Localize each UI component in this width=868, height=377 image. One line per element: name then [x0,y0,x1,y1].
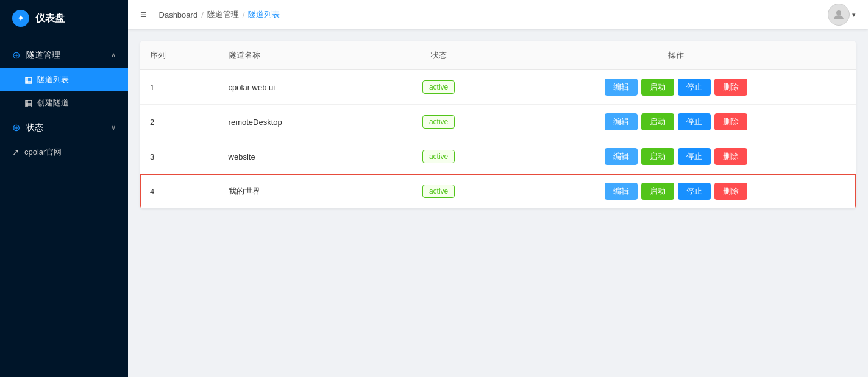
row-1-actions: 编辑 启动 停止 删除 [496,70,856,105]
stop-button-3[interactable]: 停止 [678,148,711,165]
table-header-row: 序列 隧道名称 状态 操作 [140,41,856,70]
sidebar-logo-text: 仪表盘 [35,12,65,25]
action-buttons-3: 编辑 启动 停止 删除 [506,148,846,165]
delete-button-4[interactable]: 删除 [714,183,747,200]
user-dropdown-arrow[interactable]: ▾ [852,11,856,19]
col-header-name: 隧道名称 [219,41,381,70]
action-buttons-4: 编辑 启动 停止 删除 [506,183,846,200]
menu-toggle-button[interactable]: ≡ [140,9,147,21]
dashboard-icon: ✦ [12,10,29,27]
row-1-index: 1 [140,70,219,105]
status-badge-1: active [422,80,455,94]
sidebar-group-tunnel-management[interactable]: ⊕ 隧道管理 ∧ [0,42,128,68]
row-4-status: active [381,174,496,209]
tunnel-list-label: 隧道列表 [37,74,69,85]
row-3-status: active [381,139,496,174]
topbar: ≡ Dashboard / 隧道管理 / 隧道列表 ▾ [128,0,868,29]
breadcrumb-tunnel-management[interactable]: 隧道管理 [207,9,239,20]
table-row: 2 remoteDesktop active 编辑 启动 停止 删除 [140,105,856,139]
breadcrumb-tunnel-list[interactable]: 隧道列表 [248,9,280,20]
row-2-name: remoteDesktop [219,105,381,139]
stop-button-1[interactable]: 停止 [678,79,711,96]
status-icon: ⊕ [12,122,20,133]
sidebar-item-create-tunnel[interactable]: ▦ 创建隧道 [0,91,128,115]
table-row: 1 cpolar web ui active 编辑 启动 停止 删除 [140,70,856,105]
collapse-arrow-icon: ∧ [111,51,116,59]
breadcrumb-sep-1: / [201,10,204,19]
create-tunnel-label: 创建隧道 [37,97,69,108]
delete-button-1[interactable]: 删除 [714,79,747,96]
edit-button-1[interactable]: 编辑 [605,79,638,96]
row-3-index: 3 [140,139,219,174]
tunnel-list-icon: ▦ [24,75,32,85]
row-3-actions: 编辑 启动 停止 删除 [496,139,856,174]
col-header-actions: 操作 [496,41,856,70]
start-button-1[interactable]: 启动 [641,79,674,96]
create-tunnel-icon: ▦ [24,98,32,108]
user-avatar[interactable] [828,4,850,26]
status-badge-2: active [422,115,455,129]
tunnel-table-card: 序列 隧道名称 状态 操作 1 cpolar web ui active [140,41,856,208]
table-row-highlighted: 4 我的世界 active 编辑 启动 停止 删除 [140,174,856,209]
row-2-actions: 编辑 启动 停止 删除 [496,105,856,139]
breadcrumb-dashboard[interactable]: Dashboard [159,10,198,19]
sidebar-group-tunnel-management-label: 隧道管理 [26,50,60,61]
row-2-status: active [381,105,496,139]
sidebar-item-tunnel-list[interactable]: ▦ 隧道列表 [0,68,128,91]
edit-button-3[interactable]: 编辑 [605,148,638,165]
status-badge-4: active [422,185,455,198]
edit-button-4[interactable]: 编辑 [605,183,638,200]
expand-arrow-icon: ∨ [111,124,116,132]
tunnel-table: 序列 隧道名称 状态 操作 1 cpolar web ui active [140,41,856,208]
breadcrumb: Dashboard / 隧道管理 / 隧道列表 [159,9,280,20]
start-button-3[interactable]: 启动 [641,148,674,165]
sidebar-group-status[interactable]: ⊕ 状态 ∨ [0,115,128,141]
main-area: ≡ Dashboard / 隧道管理 / 隧道列表 ▾ [128,0,868,377]
row-2-index: 2 [140,105,219,139]
action-buttons-1: 编辑 启动 停止 删除 [506,79,846,96]
action-buttons-2: 编辑 启动 停止 删除 [506,113,846,130]
breadcrumb-sep-2: / [243,10,245,19]
cpolar-website-label: cpolar官网 [24,147,62,158]
sidebar-menu: ⊕ 隧道管理 ∧ ▦ 隧道列表 ▦ 创建隧道 ⊕ 状态 ∨ [0,37,128,377]
row-3-name: website [219,139,381,174]
tunnel-sub-menu: ▦ 隧道列表 ▦ 创建隧道 [0,68,128,115]
svg-point-0 [836,10,841,15]
col-header-index: 序列 [140,41,219,70]
edit-button-2[interactable]: 编辑 [605,113,638,130]
start-button-4[interactable]: 启动 [641,183,674,200]
sidebar-logo[interactable]: ✦ 仪表盘 [0,0,128,37]
delete-button-3[interactable]: 删除 [714,148,747,165]
row-1-name: cpolar web ui [219,70,381,105]
tunnel-management-icon: ⊕ [12,49,20,61]
col-header-status: 状态 [381,41,496,70]
status-badge-3: active [422,150,455,163]
stop-button-2[interactable]: 停止 [678,113,711,130]
row-4-actions: 编辑 启动 停止 删除 [496,174,856,209]
stop-button-4[interactable]: 停止 [678,183,711,200]
delete-button-2[interactable]: 删除 [714,113,747,130]
row-4-index: 4 [140,174,219,209]
sidebar-group-status-label: 状态 [26,122,43,133]
start-button-2[interactable]: 启动 [641,113,674,130]
content-area: 序列 隧道名称 状态 操作 1 cpolar web ui active [128,29,868,377]
table-row: 3 website active 编辑 启动 停止 删除 [140,139,856,174]
row-1-status: active [381,70,496,105]
row-4-name: 我的世界 [219,174,381,209]
topbar-right: ▾ [828,4,856,26]
topbar-left: ≡ Dashboard / 隧道管理 / 隧道列表 [140,9,280,21]
external-link-icon: ↗ [12,147,20,157]
sidebar: ✦ 仪表盘 ⊕ 隧道管理 ∧ ▦ 隧道列表 ▦ 创建隧道 [0,0,128,377]
sidebar-item-cpolar-website[interactable]: ↗ cpolar官网 [0,141,128,164]
avatar-icon [833,9,845,21]
